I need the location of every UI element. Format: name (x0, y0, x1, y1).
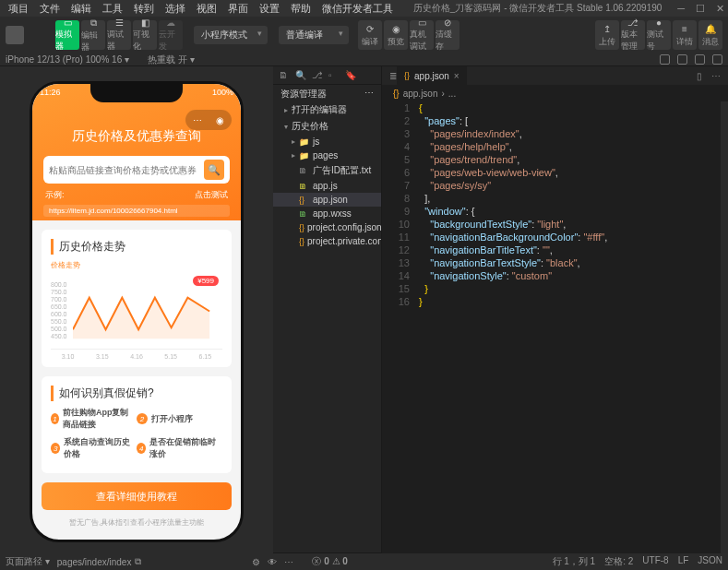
close-icon[interactable]: ✕ (716, 3, 724, 15)
menu-settings[interactable]: 设置 (255, 1, 284, 17)
page-path[interactable]: pages/index/index (57, 557, 132, 567)
cut-icon[interactable] (695, 54, 705, 65)
tree-file-appjs[interactable]: 🗎app.js (273, 179, 381, 193)
tree-file-projprivate[interactable]: {}project.private.config.js... (273, 234, 381, 248)
realdevice-button[interactable]: ▭真机调试 (410, 20, 434, 50)
capsule-close-icon[interactable]: ◉ (216, 115, 224, 125)
editor-button[interactable]: ⧉编辑器 (81, 20, 105, 50)
home-icon[interactable] (660, 54, 670, 65)
editor-tabbar: ≣ {}app.json× ▯⋯ (382, 66, 728, 85)
file-explorer: 🗎 🔍 ⎇ ▫ 🔖 资源管理器⋯ ▸打开的编辑器 ▾历史价格 ▸📁js ▸📁pa… (273, 66, 382, 559)
menu-devtools[interactable]: 微信开发者工具 (317, 1, 398, 17)
toolbar: ▭模拟器 ⧉编辑器 ☰调试器 ◧可视化 ☁云开发 小程序模式 普通编译 ⟳编译 … (0, 17, 728, 53)
menu-tools[interactable]: 工具 (98, 1, 127, 17)
app-title: 历史价格及优惠券查询 (32, 128, 241, 145)
tab-close-icon[interactable]: × (454, 71, 459, 81)
window-title: 历史价格_刀客源码网 - 微信开发者工具 Stable 1.06.2209190 (398, 2, 677, 15)
menu-goto[interactable]: 转到 (129, 1, 159, 17)
ad-placeholder: 暂无广告,具体指引查看小程序流量主功能 (32, 517, 241, 528)
tree-open-editors[interactable]: ▸打开的编辑器 (273, 101, 381, 118)
example-url: https://litem.jd.com/100026667904.html (43, 205, 230, 217)
explorer-branch-icon[interactable]: ⎇ (312, 70, 323, 81)
visibility-icon[interactable]: 👁 (268, 557, 277, 567)
menu-edit[interactable]: 编辑 (66, 1, 96, 17)
explorer-search-icon[interactable]: 🔍 (295, 70, 306, 81)
language-mode[interactable]: JSON (698, 555, 722, 568)
menu-file[interactable]: 文件 (35, 1, 65, 17)
line-gutter: 12345678910111213141516 (382, 101, 419, 308)
explorer-title: 资源管理器 (280, 88, 327, 99)
indent-setting[interactable]: 空格: 2 (604, 555, 633, 568)
capsule-menu-icon[interactable]: ⋯ (193, 115, 202, 125)
phone-time: 11:26 (40, 88, 61, 97)
details-button[interactable]: ≡详情 (673, 20, 697, 50)
chart-label: 价格走势 (51, 260, 222, 270)
editor-more-icon[interactable]: ⋯ (711, 71, 721, 81)
rotate-icon[interactable] (712, 54, 722, 65)
testnum-button[interactable]: ●测试号 (647, 20, 671, 50)
visualize-button[interactable]: ◧可视化 (133, 20, 157, 50)
menu-project[interactable]: 项目 (4, 1, 33, 17)
phone-frame: 11:26 100% ⋯◉ 历史价格及优惠券查询 🔍 示例: 点击测试 http… (30, 81, 244, 542)
tutorial-button[interactable]: 查看详细使用教程 (42, 482, 232, 510)
tree-file-ad[interactable]: 🗎广告ID配置.txt (273, 162, 381, 179)
eol[interactable]: LF (678, 555, 689, 568)
tree-file-projconfig[interactable]: {}project.config.json (273, 220, 381, 234)
clearcache-button[interactable]: ⊘清缓存 (436, 20, 459, 50)
price-chart: ¥599 800.0750.0700.0650.0600.0550.0500.0… (51, 270, 222, 350)
avatar[interactable] (6, 26, 24, 44)
explorer-bookmark-icon[interactable]: 🔖 (345, 70, 356, 81)
tree-file-appwxss[interactable]: 🗎app.wxss (273, 207, 381, 220)
clouddev-button[interactable]: ☁云开发 (159, 20, 183, 50)
eye-icon[interactable]: ⚙ (252, 557, 260, 567)
encoding[interactable]: UTF-8 (642, 555, 668, 568)
device-statusbar: iPhone 12/13 (Pro) 100% 16 ▾ 热重载 开 ▾ (0, 53, 728, 66)
page-path-label[interactable]: 页面路径 ▾ (6, 555, 50, 568)
menu-view[interactable]: 视图 (192, 1, 221, 17)
code-area[interactable]: 12345678910111213141516 { "pages": [ "pa… (382, 101, 728, 308)
record-icon[interactable] (677, 54, 687, 65)
menu-select[interactable]: 选择 (161, 1, 190, 17)
minimap-scrollbar[interactable] (721, 101, 728, 559)
explorer-ext-icon[interactable]: ▫ (328, 70, 340, 81)
menu-help[interactable]: 帮助 (286, 1, 316, 17)
copy-path-icon[interactable]: ⧉ (135, 556, 141, 567)
bottom-statusbar: 页面路径 ▾ pages/index/index ⧉ ⚙ 👁 ⋯ ⓧ 0 ⚠ 0… (0, 553, 728, 570)
editor-tab-appjson[interactable]: {}app.json× (397, 66, 467, 85)
split-editor-icon[interactable]: ▯ (697, 71, 702, 81)
search-input[interactable] (49, 165, 204, 175)
debugger-button[interactable]: ☰调试器 (107, 20, 131, 50)
explorer-more-icon[interactable]: ⋯ (364, 88, 374, 99)
cursor-position[interactable]: 行 1，列 1 (553, 555, 596, 568)
example-test-button[interactable]: 点击测试 (195, 189, 228, 201)
upload-button[interactable]: ↥上传 (595, 20, 619, 50)
message-button[interactable]: 🔔消息 (698, 20, 722, 50)
tree-folder-js[interactable]: ▸📁js (273, 135, 381, 148)
menu-ui[interactable]: 界面 (223, 1, 253, 17)
explorer-files-icon[interactable]: 🗎 (279, 70, 290, 81)
tips-title: 如何识别真假促销? (51, 386, 222, 401)
phone-notch (90, 84, 183, 102)
code-editor: ≣ {}app.json× ▯⋯ {}app.json›... 12345678… (382, 66, 728, 559)
simulator-panel: 11:26 100% ⋯◉ 历史价格及优惠券查询 🔍 示例: 点击测试 http… (0, 66, 273, 559)
compile-button[interactable]: ⟳编译 (358, 20, 382, 50)
tree-project-root[interactable]: ▾历史价格 (273, 118, 381, 135)
more-icon[interactable]: ⋯ (284, 557, 293, 567)
maximize-icon[interactable]: ☐ (696, 3, 705, 15)
search-icon[interactable]: 🔍 (204, 160, 224, 180)
version-button[interactable]: ⎇版本管理 (621, 20, 645, 50)
simulator-button[interactable]: ▭模拟器 (55, 20, 79, 50)
minimize-icon[interactable]: ─ (677, 3, 685, 15)
tree-file-appjson[interactable]: {}app.json (273, 193, 381, 207)
breadcrumb[interactable]: {}app.json›... (382, 85, 728, 101)
search-box[interactable]: 🔍 (43, 156, 230, 184)
tree-folder-pages[interactable]: ▸📁pages (273, 148, 381, 162)
tab-split-icon[interactable]: ≣ (389, 71, 397, 81)
device-selector[interactable]: iPhone 12/13 (Pro) 100% 16 ▾ (6, 54, 129, 65)
compile-dropdown[interactable]: 普通编译 (279, 26, 349, 44)
mode-dropdown[interactable]: 小程序模式 (194, 26, 268, 44)
window-controls: ─ ☐ ✕ (677, 3, 724, 15)
hotreload-toggle[interactable]: 热重载 开 ▾ (148, 53, 195, 66)
preview-button[interactable]: ◉预览 (384, 20, 408, 50)
capsule-button[interactable]: ⋯◉ (185, 110, 232, 130)
